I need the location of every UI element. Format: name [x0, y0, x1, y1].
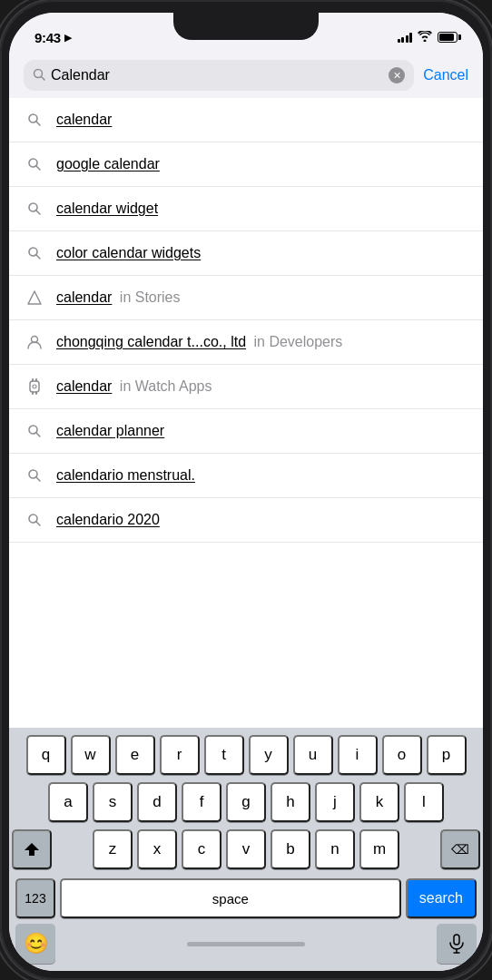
keyboard-extras-row: 😊	[12, 922, 480, 965]
key-r[interactable]: r	[160, 735, 200, 775]
key-v[interactable]: v	[226, 829, 266, 869]
shift-key[interactable]	[12, 829, 52, 869]
cancel-button[interactable]: Cancel	[423, 67, 468, 83]
stories-icon	[24, 287, 45, 309]
key-h[interactable]: h	[271, 782, 310, 822]
key-d[interactable]: d	[137, 782, 177, 822]
svg-rect-24	[454, 935, 459, 945]
search-area: ✕ Cancel	[9, 53, 483, 98]
key-g[interactable]: g	[226, 782, 266, 822]
key-j[interactable]: j	[315, 782, 355, 822]
location-icon: ▶	[64, 32, 72, 44]
list-item[interactable]: calendar widget	[9, 187, 483, 231]
keyboard-row-2: asdfghjkl	[12, 782, 480, 822]
search-icon	[24, 465, 45, 486]
keyboard: qwertyuiop asdfghjkl zxcvbnm ⌫ 123 space…	[9, 728, 483, 971]
suggestions-list: calendar google calendar calendar widget…	[9, 98, 483, 728]
key-k[interactable]: k	[359, 782, 399, 822]
suggestion-main-text: chongqing calendar t...co., ltd	[56, 334, 246, 349]
key-a[interactable]: a	[48, 782, 88, 822]
phone-screen: 9:43 ▶	[9, 13, 483, 971]
suggestion-secondary-text: in Developers	[250, 334, 342, 349]
search-icon	[33, 68, 45, 83]
key-s[interactable]: s	[93, 782, 133, 822]
key-i[interactable]: i	[338, 735, 378, 775]
search-key[interactable]: search	[406, 878, 477, 918]
keyboard-row-3: zxcvbnm ⌫	[12, 829, 480, 869]
keyboard-row-1: qwertyuiop	[12, 735, 480, 775]
search-icon	[24, 109, 45, 131]
key-n[interactable]: n	[315, 829, 355, 869]
list-item[interactable]: calendar planner	[9, 409, 483, 454]
key-y[interactable]: y	[249, 735, 289, 775]
wifi-icon	[418, 31, 432, 44]
list-item[interactable]: color calendar widgets	[9, 231, 483, 276]
search-icon	[24, 509, 45, 531]
key-p[interactable]: p	[427, 735, 467, 775]
numbers-key[interactable]: 123	[15, 878, 55, 918]
suggestion-secondary-text: in Stories	[115, 289, 180, 305]
keyboard-bottom-row: 123 space search	[12, 877, 480, 920]
clear-button[interactable]: ✕	[389, 67, 405, 83]
key-o[interactable]: o	[382, 735, 422, 775]
list-item[interactable]: calendar in Stories	[9, 276, 483, 320]
key-m[interactable]: m	[359, 829, 399, 869]
search-icon	[24, 198, 45, 220]
list-item[interactable]: chongqing calendar t...co., ltd in Devel…	[9, 320, 483, 365]
search-input-container[interactable]: ✕	[24, 60, 414, 91]
search-icon	[24, 420, 45, 442]
key-q[interactable]: q	[26, 735, 66, 775]
key-b[interactable]: b	[271, 829, 310, 869]
signal-bars	[398, 32, 413, 43]
suggestion-main-text: calendario menstrual.	[56, 467, 195, 483]
svg-line-7	[36, 211, 40, 214]
list-item[interactable]: calendario menstrual.	[9, 454, 483, 498]
list-item[interactable]: calendar in Watch Apps	[9, 365, 483, 409]
status-time: 9:43	[34, 30, 61, 45]
key-w[interactable]: w	[71, 735, 111, 775]
space-key[interactable]: space	[60, 878, 401, 918]
key-e[interactable]: e	[115, 735, 155, 775]
phone-frame: 9:43 ▶	[0, 0, 492, 980]
status-icons	[398, 31, 458, 44]
watch-icon	[24, 376, 45, 397]
search-input[interactable]	[51, 67, 383, 83]
svg-line-21	[36, 477, 40, 481]
suggestion-main-text: calendar planner	[56, 423, 164, 438]
svg-line-23	[36, 522, 40, 525]
svg-line-5	[36, 166, 40, 170]
suggestion-main-text: calendar	[56, 289, 112, 305]
svg-marker-10	[28, 291, 41, 304]
key-u[interactable]: u	[293, 735, 333, 775]
svg-line-9	[36, 255, 40, 259]
suggestion-main-text: calendario 2020	[56, 512, 160, 527]
list-item[interactable]: calendar	[9, 98, 483, 142]
svg-line-1	[42, 76, 45, 80]
svg-rect-12	[30, 381, 39, 392]
key-z[interactable]: z	[93, 829, 133, 869]
key-c[interactable]: c	[182, 829, 221, 869]
svg-line-19	[36, 433, 40, 436]
delete-key[interactable]: ⌫	[440, 829, 480, 869]
key-t[interactable]: t	[204, 735, 244, 775]
svg-line-3	[36, 122, 40, 125]
suggestion-secondary-text: in Watch Apps	[115, 378, 212, 394]
list-item[interactable]: google calendar	[9, 142, 483, 187]
suggestion-main-text: color calendar widgets	[56, 245, 201, 260]
notch	[173, 13, 319, 40]
suggestion-main-text: calendar widget	[56, 201, 158, 216]
home-indicator-bar	[60, 924, 432, 964]
person-icon	[24, 331, 45, 353]
key-l[interactable]: l	[404, 782, 444, 822]
list-item[interactable]: calendario 2020	[9, 498, 483, 543]
mic-key[interactable]	[437, 924, 477, 964]
svg-point-17	[33, 385, 36, 388]
search-icon	[24, 153, 45, 175]
key-f[interactable]: f	[182, 782, 221, 822]
search-icon	[24, 242, 45, 264]
battery-icon	[438, 32, 458, 43]
key-x[interactable]: x	[137, 829, 177, 869]
suggestion-main-text: calendar	[56, 112, 112, 127]
emoji-key[interactable]: 😊	[15, 924, 55, 964]
suggestion-main-text: google calendar	[56, 156, 160, 172]
